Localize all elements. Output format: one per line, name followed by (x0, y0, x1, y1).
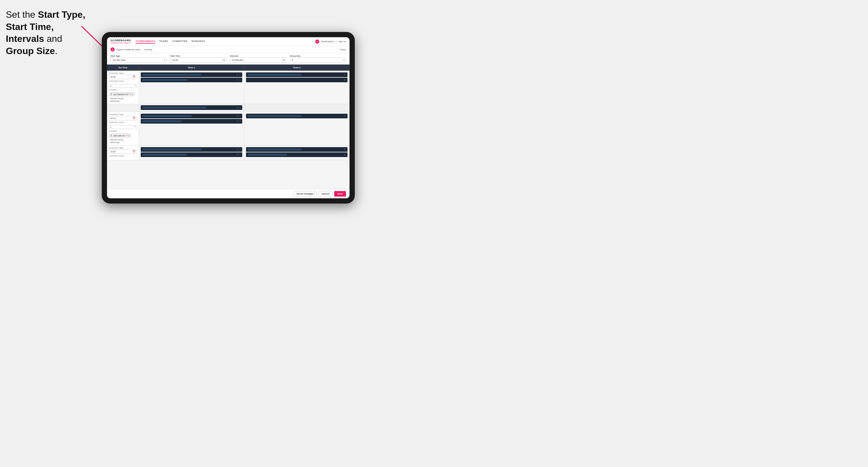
header-tee-time: Tee Time (107, 65, 139, 71)
course-badge-2: 🏌️ East Lake GC ✕ ▾ (109, 133, 131, 137)
starting-time-input-1[interactable]: 10:00 ⏰ (109, 75, 137, 79)
player-remove-4-1[interactable]: ✕ (237, 115, 238, 117)
team1-cell-2: ✕ ▿ ✕ ▿ (139, 112, 244, 145)
remove-course-1[interactable]: ✕ (129, 93, 131, 95)
player-controls-7-1: ✕ (344, 148, 346, 151)
remove-course-2[interactable]: ✕ (126, 134, 128, 137)
sub-header: C Clippd Invitational (Mar) › Hosting < … (107, 46, 349, 53)
hole-select-2[interactable]: 1 (109, 125, 137, 129)
starting-time-label-1: STARTING TIME: (109, 72, 137, 74)
hole-select-1[interactable]: 1 (109, 84, 137, 88)
course-label-2: COURSE: (109, 130, 137, 132)
group-size-select[interactable]: 3 (290, 58, 346, 63)
player-remove-6-2[interactable]: ✕ (237, 154, 238, 156)
player-arrow-6-2[interactable]: ▿ (239, 154, 241, 156)
group-size-label: Group Size (290, 55, 346, 57)
breadcrumb-separator: › (142, 48, 143, 51)
intervals-label: Intervals (230, 55, 286, 57)
player-remove-1-2[interactable]: ✕ (237, 79, 238, 81)
team2-cell-2: ✕ (244, 112, 349, 145)
time-clock-icon-1: ⏰ (133, 75, 135, 78)
footer-bar: Reset Changes Cancel Save (107, 189, 349, 198)
player-remove-2-2[interactable]: ✕ (344, 79, 346, 81)
team1-cell-1: ✕ ▿ ✕ ▿ (139, 71, 244, 104)
nav-tab-teams[interactable]: TEAMS (159, 39, 168, 43)
start-type-group: Start Type 1st Tee Start (111, 55, 167, 63)
hosting-label[interactable]: Hosting (144, 48, 152, 51)
player-row-1-2: ✕ ▿ (141, 77, 242, 82)
table-header: Tee Time Team 1 Team 2 (107, 65, 349, 71)
tournament-name[interactable]: Clippd Invitational (Mar) (116, 48, 141, 51)
starting-time-input-2[interactable]: 10:10 ⏰ (109, 116, 137, 120)
tee-time-cell-1: STARTING TIME: 10:00 ⏰ STARTING HOLE: 1 … (107, 71, 139, 104)
schedule-table[interactable]: Tee Time Team 1 Team 2 STARTING TIME: 10… (107, 65, 349, 189)
group-1-row: STARTING TIME: 10:00 ⏰ STARTING HOLE: 1 … (107, 71, 349, 104)
nav-tab-tournaments[interactable]: TOURNAMENTS (135, 39, 155, 43)
action-links-2: ○ Remove Group + Add Group (109, 139, 137, 143)
sign-out-text[interactable]: Sign out (339, 40, 346, 42)
reset-changes-button[interactable]: Reset Changes (293, 191, 317, 196)
player-remove-7-1[interactable]: ✕ (344, 148, 346, 151)
cancel-button[interactable]: Cancel (318, 191, 332, 196)
starting-hole-select-2: 1 (109, 124, 137, 129)
tee-time-cell-3: STARTING TIME: 10:20 ⏰ STARTING HOLE: (107, 146, 139, 160)
tee-time-placeholder-2 (107, 104, 139, 112)
team1-cell-3: ✕ ▿ ✕ ▿ (139, 146, 244, 160)
player-arrow-1-1[interactable]: ▿ (239, 73, 241, 76)
user-area: B blair@clippd.io | Sign out (315, 39, 346, 43)
player-remove-6-1[interactable]: ✕ (237, 148, 238, 151)
player-remove-3-1[interactable]: ✕ (237, 106, 238, 109)
breadcrumb: C Clippd Invitational (Mar) › Hosting (111, 48, 152, 52)
course-chevron-2[interactable]: ▾ (128, 135, 129, 137)
course-badge-1: 🏌️ (A) Peachtree GC ✕ ▾ (109, 92, 134, 96)
team2-cell-1: ✕ ✕ (244, 71, 349, 104)
nav-tabs: TOURNAMENTS TEAMS COMMITTEE RANKINGS (135, 39, 315, 43)
intervals-select-wrapper: 10 Minutes 🕐 (230, 58, 286, 63)
player-arrow-1-2[interactable]: ▿ (239, 79, 241, 81)
top-navigation: SCOREBOARD Powered by clipp'd TOURNAMENT… (107, 37, 349, 46)
player-arrow-3-1[interactable]: ▿ (239, 106, 241, 109)
team2-cell-3: ✕ ✕ (244, 146, 349, 160)
start-time-group: Start Time 10:00 🕐 (170, 55, 227, 63)
player-row-1-1: ✕ ▿ (141, 72, 242, 77)
player-controls-6-1: ✕ ▿ (237, 148, 241, 151)
save-button[interactable]: Save (334, 191, 346, 196)
intervals-group: Intervals 10 Minutes 🕐 (230, 55, 286, 63)
player-row-3-1: ✕ ▿ (141, 105, 242, 110)
player-remove-2-1[interactable]: ✕ (344, 73, 346, 76)
add-group-2[interactable]: + Add Group (109, 141, 137, 143)
player-remove-7-2[interactable]: ✕ (344, 154, 346, 156)
player-arrow-6-1[interactable]: ▿ (239, 148, 241, 151)
nav-tab-rankings[interactable]: RANKINGS (192, 39, 205, 43)
sign-out-link[interactable]: | (336, 40, 337, 42)
player-row-6-1: ✕ ▿ (141, 147, 242, 152)
player-row-4-2: ✕ ▿ (141, 119, 242, 124)
player-arrow-4-2[interactable]: ▿ (239, 120, 241, 122)
start-type-select[interactable]: 1st Tee Start (111, 58, 167, 63)
user-email: blair@clippd.io (321, 40, 334, 42)
clippd-logo: C (111, 48, 115, 52)
add-group-1[interactable]: + Add Group (109, 100, 137, 102)
course-chevron-1[interactable]: ▾ (132, 93, 133, 95)
player-controls-4-1: ✕ ▿ (237, 115, 241, 117)
player-remove-5-1[interactable]: ✕ (344, 115, 346, 117)
app-logo: SCOREBOARD Powered by clipp'd (111, 39, 131, 44)
start-time-select[interactable]: 10:00 🕐 (170, 58, 227, 63)
intervals-clock-icon: 🕐 (282, 59, 284, 61)
course-name-2: East Lake GC (114, 135, 125, 137)
back-button[interactable]: < Back (339, 48, 346, 51)
intervals-select[interactable]: 10 Minutes 🕐 (230, 58, 286, 63)
team1-course-cell-2: ✕ ▿ (139, 104, 244, 112)
remove-group-1[interactable]: ○ Remove Group (109, 97, 137, 99)
player-remove-4-2[interactable]: ✕ (237, 120, 238, 122)
nav-tab-committee[interactable]: COMMITTEE (172, 39, 188, 43)
tee-time-cell-2: STARTING TIME: 10:10 ⏰ STARTING HOLE: 1 … (107, 112, 139, 145)
player-arrow-4-1[interactable]: ▿ (239, 115, 241, 117)
starting-time-input-3[interactable]: 10:20 ⏰ (109, 150, 137, 154)
group-row-1: STARTING TIME: 10:00 ⏰ STARTING HOLE: 1 … (107, 71, 349, 104)
remove-group-2[interactable]: ○ Remove Group (109, 139, 137, 141)
start-time-label: Start Time (170, 55, 227, 57)
starting-hole-label-2: STARTING HOLE: (109, 122, 137, 123)
course-icon-2: 🏌️ (110, 134, 113, 137)
player-remove-1-1[interactable]: ✕ (237, 73, 238, 76)
